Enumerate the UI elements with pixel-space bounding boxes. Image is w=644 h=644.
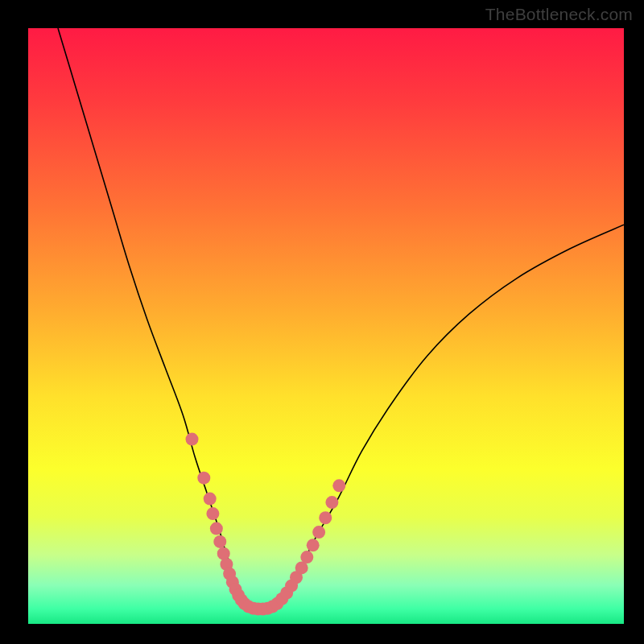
chart-point xyxy=(319,511,332,524)
chart-background-gradient xyxy=(28,28,624,624)
chart-point xyxy=(186,433,199,446)
chart-point xyxy=(213,535,226,548)
chart-point xyxy=(206,507,219,520)
chart-plot-area xyxy=(28,28,624,624)
watermark-text: TheBottleneck.com xyxy=(485,5,633,24)
chart-point xyxy=(300,551,313,564)
chart-frame: TheBottleneck.com xyxy=(0,0,644,644)
chart-svg xyxy=(28,28,624,624)
chart-point xyxy=(204,493,217,506)
chart-point xyxy=(312,526,325,539)
chart-point xyxy=(197,472,210,485)
chart-point xyxy=(325,496,338,509)
chart-point xyxy=(332,479,345,492)
chart-point xyxy=(210,522,223,535)
chart-point xyxy=(307,539,320,551)
